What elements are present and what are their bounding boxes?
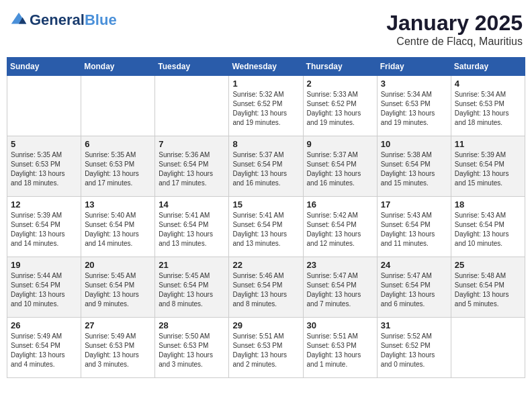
calendar-cell: 19Sunrise: 5:44 AM Sunset: 6:54 PM Dayli…: [7, 257, 81, 318]
day-info: Sunrise: 5:49 AM Sunset: 6:53 PM Dayligh…: [85, 332, 151, 369]
day-info: Sunrise: 5:43 AM Sunset: 6:54 PM Dayligh…: [455, 211, 521, 248]
calendar-week-row: 12Sunrise: 5:39 AM Sunset: 6:54 PM Dayli…: [7, 197, 525, 257]
weekday-header-saturday: Saturday: [451, 58, 525, 76]
day-number: 17: [381, 199, 447, 210]
page-header: GeneralBlue January 2025 Centre de Flacq…: [7, 7, 525, 52]
day-info: Sunrise: 5:48 AM Sunset: 6:54 PM Dayligh…: [455, 271, 521, 309]
weekday-header-thursday: Thursday: [303, 58, 377, 76]
day-number: 24: [381, 260, 447, 270]
calendar-cell: 5Sunrise: 5:35 AM Sunset: 6:53 PM Daylig…: [7, 136, 81, 197]
calendar-cell: 26Sunrise: 5:49 AM Sunset: 6:54 PM Dayli…: [7, 318, 81, 378]
calendar-cell: 21Sunrise: 5:45 AM Sunset: 6:54 PM Dayli…: [155, 257, 229, 318]
weekday-header-friday: Friday: [377, 58, 451, 76]
calendar-cell: 1Sunrise: 5:32 AM Sunset: 6:52 PM Daylig…: [229, 76, 303, 136]
calendar-cell: 28Sunrise: 5:50 AM Sunset: 6:53 PM Dayli…: [155, 318, 229, 378]
day-number: 28: [159, 320, 225, 330]
calendar-cell: 18Sunrise: 5:43 AM Sunset: 6:54 PM Dayli…: [451, 197, 525, 257]
day-number: 11: [455, 139, 521, 149]
calendar-cell: 24Sunrise: 5:47 AM Sunset: 6:54 PM Dayli…: [377, 257, 451, 318]
day-number: 15: [232, 199, 299, 210]
weekday-header-monday: Monday: [81, 58, 155, 76]
weekday-header-row: SundayMondayTuesdayWednesdayThursdayFrid…: [7, 58, 525, 76]
calendar-week-row: 19Sunrise: 5:44 AM Sunset: 6:54 PM Dayli…: [7, 257, 525, 318]
day-info: Sunrise: 5:36 AM Sunset: 6:54 PM Dayligh…: [159, 150, 225, 188]
day-info: Sunrise: 5:41 AM Sunset: 6:54 PM Dayligh…: [232, 211, 299, 248]
day-number: 25: [455, 260, 521, 270]
day-info: Sunrise: 5:33 AM Sunset: 6:52 PM Dayligh…: [307, 90, 373, 128]
logo-text: GeneralBlue: [30, 12, 117, 28]
calendar-table: SundayMondayTuesdayWednesdayThursdayFrid…: [7, 57, 525, 378]
day-info: Sunrise: 5:49 AM Sunset: 6:54 PM Dayligh…: [11, 332, 77, 369]
calendar-cell: 16Sunrise: 5:42 AM Sunset: 6:54 PM Dayli…: [303, 197, 377, 257]
day-info: Sunrise: 5:35 AM Sunset: 6:53 PM Dayligh…: [11, 150, 77, 188]
day-number: 7: [159, 139, 225, 149]
calendar-cell: [81, 76, 155, 136]
day-number: 27: [85, 320, 151, 330]
calendar-subtitle: Centre de Flacq, Mauritius: [386, 36, 523, 48]
day-number: 6: [85, 139, 151, 149]
day-info: Sunrise: 5:38 AM Sunset: 6:54 PM Dayligh…: [381, 150, 447, 188]
day-info: Sunrise: 5:39 AM Sunset: 6:54 PM Dayligh…: [11, 211, 77, 248]
day-info: Sunrise: 5:47 AM Sunset: 6:54 PM Dayligh…: [381, 271, 447, 309]
day-number: 21: [159, 260, 225, 270]
calendar-cell: 11Sunrise: 5:39 AM Sunset: 6:54 PM Dayli…: [451, 136, 525, 197]
title-block: January 2025 Centre de Flacq, Mauritius: [386, 11, 523, 48]
calendar-cell: [451, 318, 525, 378]
weekday-header-sunday: Sunday: [7, 58, 81, 76]
day-info: Sunrise: 5:52 AM Sunset: 6:52 PM Dayligh…: [381, 332, 447, 369]
day-info: Sunrise: 5:51 AM Sunset: 6:53 PM Dayligh…: [232, 332, 299, 369]
day-info: Sunrise: 5:40 AM Sunset: 6:54 PM Dayligh…: [85, 211, 151, 248]
calendar-cell: 7Sunrise: 5:36 AM Sunset: 6:54 PM Daylig…: [155, 136, 229, 197]
calendar-week-row: 1Sunrise: 5:32 AM Sunset: 6:52 PM Daylig…: [7, 76, 525, 136]
day-number: 18: [455, 199, 521, 210]
calendar-cell: 12Sunrise: 5:39 AM Sunset: 6:54 PM Dayli…: [7, 197, 81, 257]
calendar-cell: [155, 76, 229, 136]
weekday-header-wednesday: Wednesday: [229, 58, 303, 76]
calendar-header: SundayMondayTuesdayWednesdayThursdayFrid…: [7, 58, 525, 76]
calendar-cell: 10Sunrise: 5:38 AM Sunset: 6:54 PM Dayli…: [377, 136, 451, 197]
day-info: Sunrise: 5:41 AM Sunset: 6:54 PM Dayligh…: [159, 211, 225, 248]
day-number: 8: [232, 139, 299, 149]
day-number: 9: [307, 139, 373, 149]
day-info: Sunrise: 5:47 AM Sunset: 6:54 PM Dayligh…: [307, 271, 373, 309]
calendar-cell: 25Sunrise: 5:48 AM Sunset: 6:54 PM Dayli…: [451, 257, 525, 318]
day-number: 16: [307, 199, 373, 210]
day-number: 10: [381, 139, 447, 149]
calendar-cell: 9Sunrise: 5:37 AM Sunset: 6:54 PM Daylig…: [303, 136, 377, 197]
day-info: Sunrise: 5:34 AM Sunset: 6:53 PM Dayligh…: [381, 90, 447, 128]
calendar-cell: 20Sunrise: 5:45 AM Sunset: 6:54 PM Dayli…: [81, 257, 155, 318]
calendar-cell: 31Sunrise: 5:52 AM Sunset: 6:52 PM Dayli…: [377, 318, 451, 378]
day-number: 22: [232, 260, 299, 270]
day-number: 5: [11, 139, 77, 149]
day-info: Sunrise: 5:43 AM Sunset: 6:54 PM Dayligh…: [381, 211, 447, 248]
logo-icon: [9, 11, 28, 30]
day-number: 12: [11, 199, 77, 210]
day-number: 31: [381, 320, 447, 330]
calendar-cell: 8Sunrise: 5:37 AM Sunset: 6:54 PM Daylig…: [229, 136, 303, 197]
day-info: Sunrise: 5:44 AM Sunset: 6:54 PM Dayligh…: [11, 271, 77, 309]
calendar-cell: 3Sunrise: 5:34 AM Sunset: 6:53 PM Daylig…: [377, 76, 451, 136]
day-info: Sunrise: 5:34 AM Sunset: 6:53 PM Dayligh…: [455, 90, 521, 128]
day-info: Sunrise: 5:42 AM Sunset: 6:54 PM Dayligh…: [307, 211, 373, 248]
calendar-cell: 2Sunrise: 5:33 AM Sunset: 6:52 PM Daylig…: [303, 76, 377, 136]
day-info: Sunrise: 5:45 AM Sunset: 6:54 PM Dayligh…: [85, 271, 151, 309]
day-number: 23: [307, 260, 373, 270]
calendar-title: January 2025: [386, 11, 523, 36]
day-info: Sunrise: 5:37 AM Sunset: 6:54 PM Dayligh…: [232, 150, 299, 188]
day-info: Sunrise: 5:46 AM Sunset: 6:54 PM Dayligh…: [232, 271, 299, 309]
day-number: 26: [11, 320, 77, 330]
day-number: 30: [307, 320, 373, 330]
calendar-cell: 15Sunrise: 5:41 AM Sunset: 6:54 PM Dayli…: [229, 197, 303, 257]
day-number: 13: [85, 199, 151, 210]
weekday-header-tuesday: Tuesday: [155, 58, 229, 76]
day-info: Sunrise: 5:32 AM Sunset: 6:52 PM Dayligh…: [232, 90, 299, 128]
calendar-cell: 23Sunrise: 5:47 AM Sunset: 6:54 PM Dayli…: [303, 257, 377, 318]
day-number: 1: [232, 79, 299, 89]
logo: GeneralBlue: [9, 11, 117, 30]
day-info: Sunrise: 5:37 AM Sunset: 6:54 PM Dayligh…: [307, 150, 373, 188]
day-number: 3: [381, 79, 447, 89]
calendar-cell: 6Sunrise: 5:35 AM Sunset: 6:53 PM Daylig…: [81, 136, 155, 197]
day-info: Sunrise: 5:35 AM Sunset: 6:53 PM Dayligh…: [85, 150, 151, 188]
calendar-cell: 13Sunrise: 5:40 AM Sunset: 6:54 PM Dayli…: [81, 197, 155, 257]
calendar-cell: 29Sunrise: 5:51 AM Sunset: 6:53 PM Dayli…: [229, 318, 303, 378]
